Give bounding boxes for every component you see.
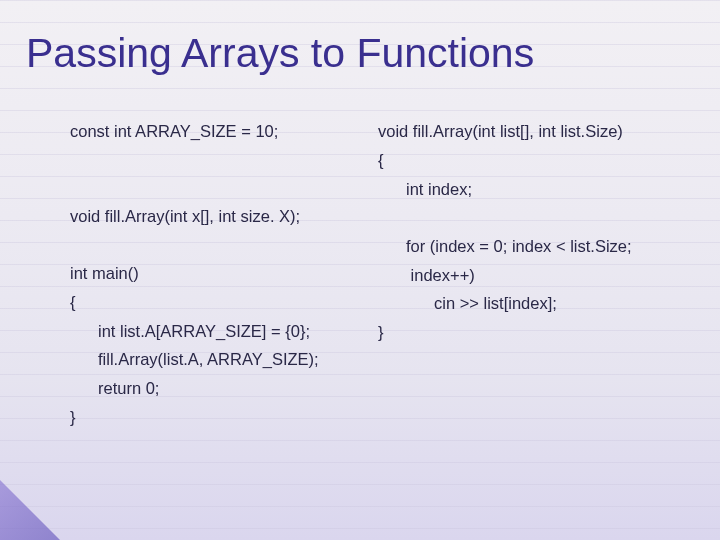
code-line: return 0; xyxy=(70,374,360,403)
code-line: index++) xyxy=(378,261,700,290)
code-line: void fill.Array(int x[], int size. X); xyxy=(70,202,360,231)
code-line: int list.A[ARRAY_SIZE] = {0}; xyxy=(70,317,360,346)
code-line: } xyxy=(378,318,700,347)
code-line: int index; xyxy=(378,175,700,204)
code-line: cin >> list[index]; xyxy=(378,289,700,318)
content-columns: const int ARRAY_SIZE = 10; void fill.Arr… xyxy=(0,93,720,432)
code-line: int main() xyxy=(70,259,360,288)
corner-accent xyxy=(0,480,60,540)
code-line: } xyxy=(70,403,360,432)
code-column-right: void fill.Array(int list[], int list.Siz… xyxy=(378,117,700,432)
code-line: { xyxy=(378,146,700,175)
code-line: void fill.Array(int list[], int list.Siz… xyxy=(378,117,700,146)
code-line: const int ARRAY_SIZE = 10; xyxy=(70,117,360,146)
code-line: { xyxy=(70,288,360,317)
slide-title: Passing Arrays to Functions xyxy=(0,0,720,93)
code-line: fill.Array(list.A, ARRAY_SIZE); xyxy=(70,345,360,374)
code-column-left: const int ARRAY_SIZE = 10; void fill.Arr… xyxy=(70,117,360,432)
code-line: for (index = 0; index < list.Size; xyxy=(378,232,700,261)
